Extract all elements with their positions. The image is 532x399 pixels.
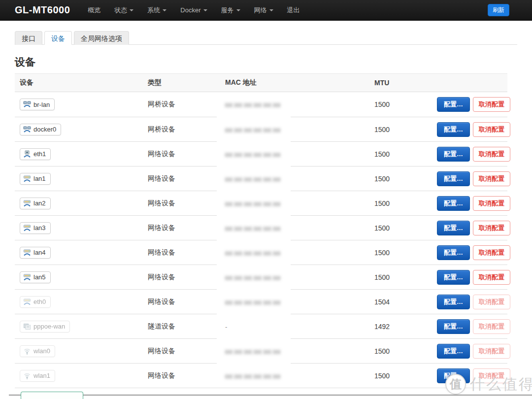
device-badge[interactable]: lan3 [20,222,51,234]
mtu-value: 1500 [369,273,422,281]
device-badge[interactable]: lan1 [20,173,51,185]
device-badge[interactable]: docker0 [20,124,61,135]
device-cell: lan3 [15,222,143,234]
configure-button[interactable]: 配置… [437,368,470,383]
device-type: 网络设备 [143,150,220,159]
main-content: 接口 设备 全局网络选项 设备 设备 类型 MAC 地址 MTU br-lan … [0,31,532,388]
actions-cell: 配置… 取消配置 [422,368,510,383]
table-row: lan1 网络设备 xx:xx:xx:xx:xx:xx 1500 配置… 取消配… [15,166,507,191]
device-badge[interactable]: wlan0 [20,345,55,357]
table-row: br-lan 网桥设备 xx:xx:xx:xx:xx:xx 1500 配置… 取… [15,92,507,117]
unconfigure-button[interactable]: 取消配置 [473,295,510,309]
unconfigure-button[interactable]: 取消配置 [473,97,510,112]
configure-button[interactable]: 配置… [437,319,470,334]
wifi-icon [23,372,31,380]
configure-button[interactable]: 配置… [437,147,470,162]
mtu-value: 1504 [369,298,422,306]
device-badge[interactable]: pppoe-wan [20,321,70,332]
device-cell: lan4 [15,247,143,259]
nav-item-services[interactable]: 服务 [214,0,247,20]
configure-button[interactable]: 配置… [437,344,470,359]
device-name: lan5 [33,273,46,281]
mac-address: xx:xx:xx:xx:xx:xx [225,200,281,207]
unconfigure-button[interactable]: 取消配置 [473,122,510,137]
unconfigure-button[interactable]: 取消配置 [473,344,510,359]
top-navbar: GL-MT6000 概览 状态 系统 Docker 服务 网络 退出 刷新 [0,0,532,21]
unconfigure-button[interactable]: 取消配置 [473,319,510,334]
nav-item-status[interactable]: 状态 [107,0,140,20]
actions-cell: 配置… 取消配置 [422,221,510,235]
device-badge[interactable]: eth1 [20,148,51,160]
nav-item-network[interactable]: 网络 [247,0,280,20]
configure-button[interactable]: 配置… [437,245,470,260]
unconfigure-button[interactable]: 取消配置 [473,221,510,235]
unconfigure-button[interactable]: 取消配置 [473,270,510,285]
unconfigure-button[interactable]: 取消配置 [473,171,510,186]
tab-devices[interactable]: 设备 [44,31,72,45]
refresh-button[interactable]: 刷新 [488,4,509,16]
actions-cell: 配置… 取消配置 [422,122,510,137]
mac-address: xx:xx:xx:xx:xx:xx [225,225,281,232]
brand-title[interactable]: GL-MT6000 [15,4,70,16]
device-badge[interactable]: wlan1 [20,370,55,382]
mac-address: xx:xx:xx:xx:xx:xx [225,175,281,183]
mtu-value: 1500 [369,249,422,257]
unconfigure-button[interactable]: 取消配置 [473,196,510,211]
mac-address: xx:xx:xx:xx:xx:xx [225,274,281,281]
tab-interfaces[interactable]: 接口 [15,31,42,45]
device-badge[interactable]: lan4 [20,247,51,259]
configure-button[interactable]: 配置… [437,97,470,112]
mtu-value: 1500 [369,126,422,133]
table-row: eth0 网络设备 xx:xx:xx:xx:xx:xx 1504 配置… 取消配… [15,289,507,314]
mac-cell: xx:xx:xx:xx:xx:xx [220,347,369,355]
actions-cell: 配置… 取消配置 [422,344,510,359]
add-device-button-partial[interactable] [21,392,83,399]
configure-button[interactable]: 配置… [437,122,470,137]
tab-global-options[interactable]: 全局网络选项 [74,31,129,45]
chevron-down-icon [203,9,207,11]
device-type: 网络设备 [143,199,220,208]
actions-cell: 配置… 取消配置 [422,147,510,162]
mac-address: xx:xx:xx:xx:xx:xx [225,249,281,257]
switch-port-icon [23,249,31,257]
unconfigure-button[interactable]: 取消配置 [473,368,510,383]
mac-address: - [225,323,228,331]
configure-button[interactable]: 配置… [437,196,470,211]
unconfigure-button[interactable]: 取消配置 [473,245,510,260]
nav-item-docker[interactable]: Docker [173,0,214,20]
actions-cell: 配置… 取消配置 [422,245,510,260]
table-row: lan3 网络设备 xx:xx:xx:xx:xx:xx 1500 配置… 取消配… [15,215,507,240]
configure-button[interactable]: 配置… [437,221,470,235]
table-row: eth1 网络设备 xx:xx:xx:xx:xx:xx 1500 配置… 取消配… [15,141,507,166]
mac-address: xx:xx:xx:xx:xx:xx [225,151,281,158]
wifi-icon [23,347,31,355]
configure-button[interactable]: 配置… [437,295,470,309]
device-badge[interactable]: br-lan [20,99,55,110]
mac-cell: xx:xx:xx:xx:xx:xx [220,372,369,380]
unconfigure-button[interactable]: 取消配置 [473,147,510,162]
configure-button[interactable]: 配置… [437,171,470,186]
device-badge[interactable]: lan5 [20,271,51,283]
device-name: br-lan [33,101,50,108]
device-name: eth1 [33,150,46,158]
configure-button[interactable]: 配置… [437,270,470,285]
nav-item-logout[interactable]: 退出 [280,0,307,20]
device-name: eth0 [33,298,46,305]
mac-address: xx:xx:xx:xx:xx:xx [225,126,281,133]
nav-item-overview[interactable]: 概览 [81,0,107,20]
device-cell: pppoe-wan [15,321,143,332]
switch-port-icon [23,298,31,306]
nav-item-system[interactable]: 系统 [140,0,173,20]
mac-cell: xx:xx:xx:xx:xx:xx [220,298,369,306]
device-cell: docker0 [15,124,143,135]
mac-address: xx:xx:xx:xx:xx:xx [225,372,281,380]
device-badge[interactable]: eth0 [20,296,51,308]
ethernet-icon [23,150,31,158]
table-row: wlan0 网络设备 xx:xx:xx:xx:xx:xx 1500 配置… 取消… [15,338,507,363]
actions-cell: 配置… 取消配置 [422,270,510,285]
device-type: 网络设备 [143,298,220,306]
device-cell: eth0 [15,296,143,308]
mac-address: xx:xx:xx:xx:xx:xx [225,101,281,108]
device-badge[interactable]: lan2 [20,198,51,209]
header-mac: MAC 地址 [220,78,369,87]
